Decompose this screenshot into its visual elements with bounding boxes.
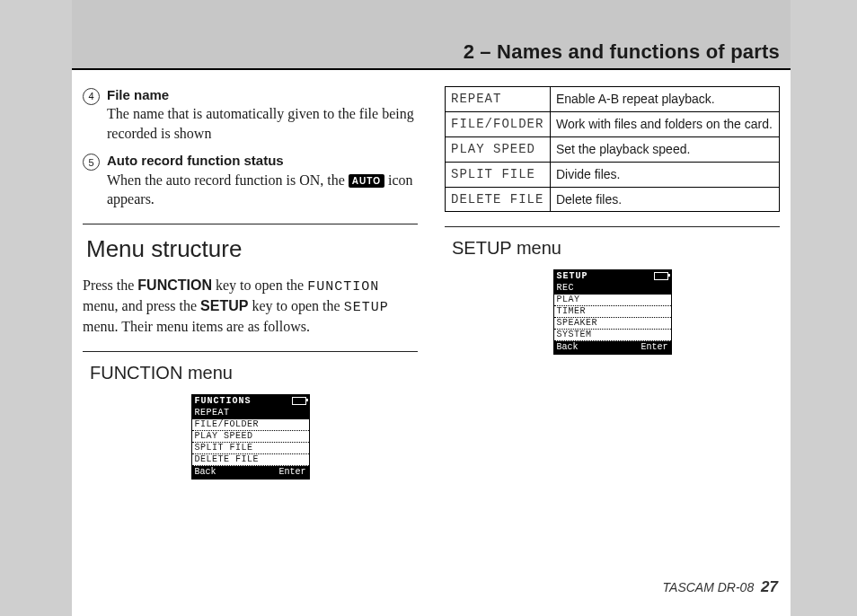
table-val: Enable A-B repeat playback.: [550, 87, 779, 112]
top-margin-strip: [72, 0, 791, 36]
text-fragment: menu. Their menu items are as follows.: [83, 319, 310, 334]
chapter-header: 2 – Names and functions of parts: [72, 36, 791, 70]
auto-badge-icon: AUTO: [349, 174, 384, 189]
lcd-enter-label: Enter: [641, 342, 667, 353]
lcd-row: FILE/FOLDER: [192, 419, 309, 431]
lcd-setup-figure: SETUP REC PLAY TIMER SPEAKER SYSTEM Back…: [445, 269, 780, 355]
lcd-screen: FUNCTIONS REPEAT FILE/FOLDER PLAY SPEED …: [191, 394, 310, 480]
lcd-row: PLAY SPEED: [192, 431, 309, 443]
page-footer: TASCAM DR-08 27: [663, 578, 778, 596]
content-columns: 4 File name The name that is automatical…: [83, 86, 780, 562]
callout-title: Auto record function status: [107, 152, 418, 170]
lcd-footer: Back Enter: [192, 466, 309, 479]
function-menu-table: REPEAT Enable A-B repeat playback. FILE/…: [445, 86, 780, 212]
table-row: SPLIT FILE Divide files.: [446, 162, 780, 187]
subheading-setup-menu: SETUP menu: [452, 236, 780, 260]
lcd-titlebar: FUNCTIONS: [192, 395, 309, 408]
callout-body: When the auto record function is ON, the…: [107, 171, 418, 209]
text-fragment: key to open the: [212, 277, 307, 293]
table-key: DELETE FILE: [446, 187, 551, 212]
page-number: 27: [761, 578, 778, 595]
menu-name: SETUP: [344, 300, 389, 315]
lcd-row-selected: REPEAT: [192, 408, 309, 419]
table-row: PLAY SPEED Set the playback speed.: [446, 136, 780, 162]
battery-icon: [654, 272, 668, 280]
table-val: Set the playback speed.: [550, 136, 779, 162]
lcd-enter-label: Enter: [278, 467, 305, 478]
callout-number-icon: 4: [83, 88, 100, 105]
callout-number-icon: 5: [83, 154, 100, 171]
lcd-row: SPEAKER: [554, 318, 671, 330]
lcd-title: FUNCTIONS: [195, 396, 252, 407]
subheading-function-menu: FUNCTION menu: [90, 361, 418, 385]
callout-item-4: 4 File name The name that is automatical…: [83, 86, 418, 143]
section-heading-menu-structure: Menu structure: [86, 233, 418, 265]
lcd-screen: SETUP REC PLAY TIMER SPEAKER SYSTEM Back…: [553, 269, 672, 355]
key-name: SETUP: [200, 298, 248, 313]
table-val: Work with files and folders on the card.: [550, 111, 779, 136]
callout-item-5: 5 Auto record function status When the a…: [83, 152, 418, 208]
table-row: FILE/FOLDER Work with files and folders …: [446, 111, 780, 136]
callout-body: The name that is automatically given to …: [107, 104, 418, 143]
table-key: SPLIT FILE: [446, 162, 551, 187]
table-val: Divide files.: [550, 162, 779, 187]
text-fragment: When the auto record function is ON, the: [107, 172, 349, 188]
table-key: REPEAT: [446, 87, 551, 112]
divider: [83, 351, 418, 352]
text-fragment: key to open the: [248, 298, 343, 313]
lcd-back-label: Back: [195, 467, 216, 478]
lcd-row: SPLIT FILE: [192, 443, 309, 454]
right-column: REPEAT Enable A-B repeat playback. FILE/…: [445, 86, 780, 562]
lcd-row: TIMER: [554, 306, 671, 318]
table-key: PLAY SPEED: [446, 136, 551, 162]
lcd-row: PLAY: [554, 295, 671, 306]
menu-name: FUNCTION: [307, 279, 379, 295]
key-name: FUNCTION: [137, 277, 212, 293]
divider: [83, 224, 418, 224]
table-row: DELETE FILE Delete files.: [446, 187, 780, 212]
callout-title: File name: [107, 86, 418, 104]
table-val: Delete files.: [550, 187, 779, 212]
chapter-title: 2 – Names and functions of parts: [464, 40, 780, 64]
text-fragment: Press the: [83, 277, 137, 293]
menu-structure-paragraph: Press the FUNCTION key to open the FUNCT…: [83, 276, 418, 337]
lcd-row: DELETE FILE: [192, 454, 309, 466]
lcd-back-label: Back: [557, 342, 579, 353]
divider: [445, 226, 780, 227]
lcd-title: SETUP: [557, 271, 588, 282]
lcd-footer: Back Enter: [554, 341, 671, 354]
table-key: FILE/FOLDER: [446, 111, 551, 136]
product-model: TASCAM DR-08: [663, 580, 755, 594]
text-fragment: menu, and press the: [83, 298, 200, 313]
table-row: REPEAT Enable A-B repeat playback.: [446, 87, 780, 112]
left-column: 4 File name The name that is automatical…: [83, 86, 418, 562]
lcd-titlebar: SETUP: [554, 270, 671, 283]
manual-page: 2 – Names and functions of parts 4 File …: [72, 0, 791, 616]
lcd-function-figure: FUNCTIONS REPEAT FILE/FOLDER PLAY SPEED …: [83, 394, 418, 480]
lcd-row: SYSTEM: [554, 330, 671, 341]
lcd-row-selected: REC: [554, 283, 671, 295]
battery-icon: [292, 397, 306, 405]
